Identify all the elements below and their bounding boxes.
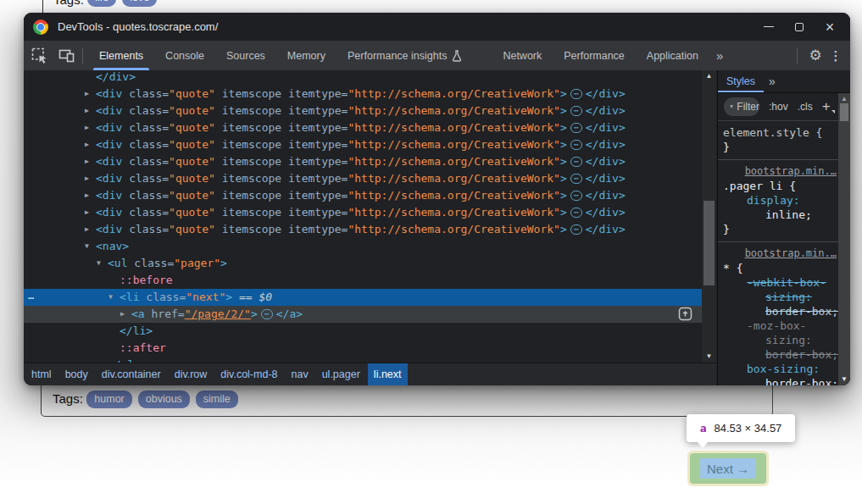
elements-scrollbar[interactable]: ▲ ▼ [702, 70, 716, 363]
tree-row[interactable]: </ul> [24, 357, 702, 363]
tag-badge-simile[interactable]: simile [196, 390, 238, 408]
new-style-rule-button[interactable]: + [822, 98, 835, 115]
tree-row[interactable]: ::after [24, 340, 702, 357]
css-property[interactable]: -moz-box-sizing: [747, 319, 812, 346]
tree-row[interactable]: ▶<div class="quote" itemscope itemtype="… [24, 119, 702, 136]
tree-row[interactable]: ▶<div class="quote" itemscope itemtype="… [24, 102, 702, 119]
css-declaration[interactable]: -webkit-box-sizing: border-box; [723, 275, 845, 318]
expand-inline-button[interactable]: ⋯ [570, 174, 582, 184]
tab-memory[interactable]: Memory [276, 41, 336, 70]
expand-arrow-icon[interactable]: ▶ [85, 204, 89, 221]
breadcrumb-item-html[interactable]: html [25, 363, 58, 385]
tab-network[interactable]: Network [492, 41, 553, 70]
stylesheet-source-link[interactable]: bootstrap.min.… [723, 164, 837, 179]
expand-inline-button[interactable]: ⋯ [261, 309, 273, 319]
tree-row[interactable]: ▶<div class="quote" itemscope itemtype="… [24, 170, 702, 187]
tree-row[interactable]: ▶<div class="quote" itemscope itemtype="… [24, 86, 702, 102]
scroll-up-arrow[interactable]: ▲ [702, 70, 716, 82]
scrollbar-thumb[interactable] [704, 201, 715, 285]
inspect-element-icon[interactable] [27, 45, 51, 67]
breadcrumb-item-ul-pager[interactable]: ul.pager [316, 363, 366, 385]
tag-badge-obvious[interactable]: obvious [138, 390, 190, 408]
tag-badge-humor[interactable]: humor [86, 390, 131, 408]
tab-styles[interactable]: Styles [718, 70, 764, 92]
css-value[interactable]: border-box; [765, 377, 838, 385]
scrollbar-thumb[interactable] [840, 103, 848, 121]
css-declaration[interactable]: box-sizing: border-box; [723, 362, 845, 385]
expand-inline-button[interactable]: ⋯ [570, 106, 582, 116]
settings-gear-icon[interactable]: ⚙ [804, 47, 826, 64]
expand-arrow-icon[interactable]: ▶ [85, 221, 89, 238]
expand-arrow-icon[interactable]: ▶ [85, 86, 89, 102]
expand-inline-button[interactable]: ⋯ [570, 224, 582, 235]
tab-console[interactable]: Console [154, 41, 215, 70]
tree-row[interactable]: ▼<nav> [24, 238, 702, 255]
expand-arrow-icon[interactable]: ▶ [85, 153, 89, 170]
css-value[interactable]: inline; [765, 208, 812, 221]
css-declaration[interactable]: -moz-box-sizing: border-box; [723, 318, 845, 362]
close-button[interactable]: × [815, 13, 845, 41]
tab-elements[interactable]: Elements [88, 41, 154, 70]
next-link[interactable]: Next → [700, 458, 756, 479]
expand-arrow-icon[interactable]: ▶ [120, 306, 125, 323]
breadcrumb-item-div-container[interactable]: div.container [96, 363, 167, 385]
tag-badge-love[interactable]: love [122, 0, 157, 7]
styles-more-tabs-button[interactable]: » [769, 75, 777, 88]
tab-sources[interactable]: Sources [215, 41, 276, 70]
breadcrumb-item-div-row[interactable]: div.row [169, 363, 214, 385]
css-value[interactable]: border-box; [765, 305, 838, 318]
collapse-arrow-icon[interactable]: ▼ [97, 255, 101, 272]
tab-performance-insights[interactable]: Performance insights [336, 41, 473, 70]
tab-application[interactable]: Application [636, 41, 709, 70]
tree-row[interactable]: ▼<ul class="pager"> [24, 255, 702, 272]
row-actions-hint[interactable]: … [28, 287, 35, 304]
expand-arrow-icon[interactable]: ▶ [85, 119, 89, 136]
css-value[interactable]: border-box; [765, 348, 838, 361]
tree-row[interactable]: ::before [24, 272, 702, 289]
tree-row[interactable]: ▶<div class="quote" itemscope itemtype="… [24, 187, 702, 204]
device-toolbar-icon[interactable] [54, 45, 78, 67]
tree-row[interactable]: ▶<a href="/page/2/">⋯</a> [24, 306, 702, 323]
expand-inline-button[interactable]: ⋯ [570, 123, 582, 133]
breadcrumb-item-nav[interactable]: nav [286, 363, 314, 385]
toggle-classes-button[interactable]: .cls [798, 101, 813, 113]
tree-row[interactable]: </div> [24, 70, 702, 86]
breadcrumb-item-li-next[interactable]: li.next [368, 363, 408, 385]
scroll-into-view-button[interactable] [678, 307, 693, 322]
tree-row[interactable]: ▶<div class="quote" itemscope itemtype="… [24, 136, 702, 153]
scroll-down-arrow[interactable]: ▼ [702, 351, 716, 363]
tree-row[interactable]: ▶<div class="quote" itemscope itemtype="… [24, 221, 702, 238]
expand-inline-button[interactable]: ⋯ [570, 157, 582, 167]
expand-arrow-icon[interactable]: ▶ [85, 102, 89, 119]
expand-arrow-icon[interactable]: ▶ [85, 170, 89, 187]
scroll-down-arrow[interactable]: ▼ [838, 374, 850, 385]
stylesheet-source-link[interactable]: bootstrap.min.… [723, 246, 837, 261]
tag-badge-life[interactable]: life [87, 0, 116, 7]
tree-row[interactable]: </li> [24, 323, 702, 340]
more-tabs-button[interactable]: » [709, 48, 731, 63]
kebab-menu-icon[interactable]: ⋮ [826, 48, 845, 64]
tree-row[interactable]: ▶<div class="quote" itemscope itemtype="… [24, 153, 702, 170]
tree-row[interactable]: ▶<div class="quote" itemscope itemtype="… [24, 204, 702, 221]
css-property[interactable]: -webkit-box-sizing: [747, 276, 826, 303]
styles-filter-input[interactable]: Filter [724, 97, 759, 116]
css-declaration[interactable]: display: inline; [723, 193, 845, 222]
maximize-button[interactable] [784, 13, 815, 41]
css-selector[interactable]: element.style { [723, 125, 845, 140]
css-selector[interactable]: .pager li { [723, 179, 845, 193]
toggle-hover-state-button[interactable]: :hov [769, 101, 788, 113]
expand-inline-button[interactable]: ⋯ [570, 208, 582, 218]
collapse-arrow-icon[interactable]: ▼ [85, 238, 89, 255]
expand-inline-button[interactable]: ⋯ [570, 191, 582, 201]
css-selector[interactable]: * { [723, 261, 845, 275]
tab-performance[interactable]: Performance [553, 41, 636, 70]
minimize-button[interactable] [754, 13, 784, 41]
styles-scrollbar[interactable]: ▲ ▼ [838, 93, 850, 385]
breadcrumb-item-body[interactable]: body [59, 363, 94, 385]
css-property[interactable]: box-sizing: [747, 363, 820, 375]
titlebar[interactable]: DevTools - quotes.toscrape.com/ × [24, 13, 850, 41]
breadcrumb-item-div-col-md-8[interactable]: div.col-md-8 [214, 363, 283, 385]
expand-arrow-icon[interactable]: ▶ [85, 187, 89, 204]
css-property[interactable]: display: [747, 194, 800, 207]
expand-inline-button[interactable]: ⋯ [570, 140, 582, 150]
